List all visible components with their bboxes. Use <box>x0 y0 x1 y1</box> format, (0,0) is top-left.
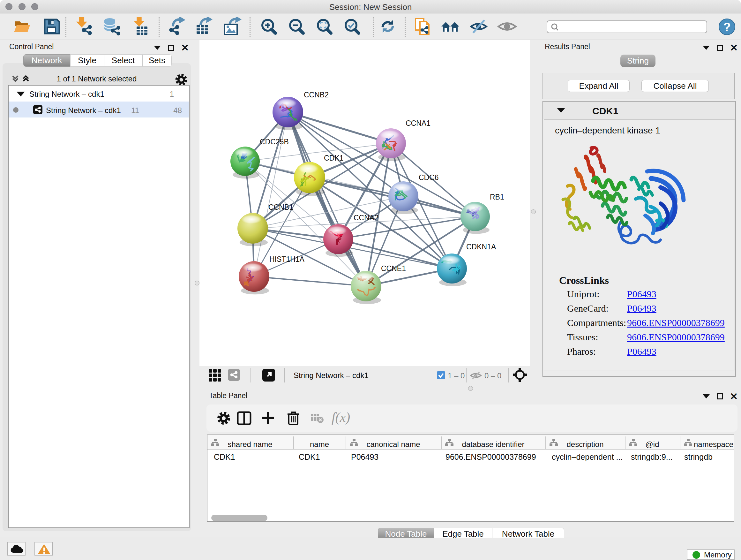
svg-text:CCNB1: CCNB1 <box>268 203 293 211</box>
svg-text:RB1: RB1 <box>490 193 504 201</box>
svg-text:CDK1: CDK1 <box>324 154 343 162</box>
svg-text:HIST1H1A: HIST1H1A <box>269 255 305 263</box>
svg-text:CCNE1: CCNE1 <box>381 264 406 273</box>
svg-text:CDC25B: CDC25B <box>260 138 289 146</box>
svg-text:CDKN1A: CDKN1A <box>466 243 496 251</box>
svg-text:CDC6: CDC6 <box>419 173 439 182</box>
svg-text:CCNB2: CCNB2 <box>304 91 329 99</box>
svg-text:CCNA2: CCNA2 <box>354 213 379 222</box>
svg-text:CCNA1: CCNA1 <box>406 119 430 127</box>
